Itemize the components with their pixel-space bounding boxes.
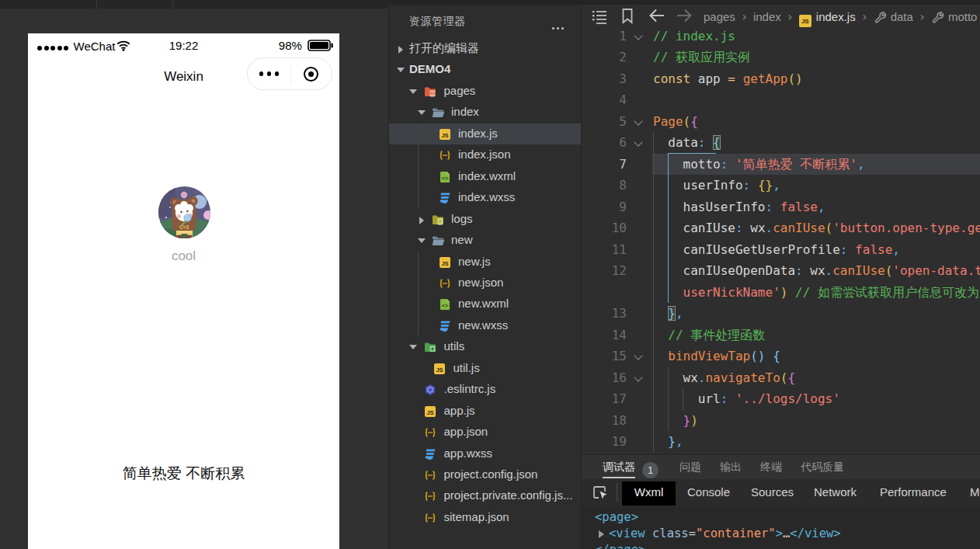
fold-chevron-icon[interactable] (634, 138, 642, 147)
code-line-9[interactable]: 9 hasUserInfo: false, (582, 196, 980, 218)
code-text: }) (653, 410, 698, 432)
inspect-element-icon[interactable] (593, 485, 609, 501)
more-actions-icon[interactable] (550, 19, 564, 33)
tree-item-label: util.js (454, 361, 480, 374)
code-line-2[interactable]: 2// 获取应用实例 (582, 47, 980, 68)
code-line-14[interactable]: 14 // 事件处理函数 (582, 325, 980, 346)
avatar[interactable]: C=3 (158, 186, 210, 238)
tree-item-sitemap.json[interactable]: sitemap.json (389, 507, 582, 528)
tree-item-project.private.config.js...[interactable]: project.private.config.js... (389, 485, 582, 506)
tree-item-label: pages (444, 84, 476, 97)
fold-chevron-icon[interactable] (634, 116, 642, 125)
editor-toolbar: pages›index›JSindex.js›data›motto (582, 5, 980, 28)
panel-tab-terminal[interactable]: 终端 (760, 460, 782, 474)
tree-item-.eslintrc.js[interactable]: .eslintrc.js (389, 379, 582, 400)
code-line-13[interactable]: 13 }, (582, 303, 980, 325)
code-line-5[interactable]: 5Page({ (582, 111, 980, 133)
debugger-badge: 1 (642, 462, 659, 478)
debugger-panel: 调试器1问题输出终端代码质量 WxmlConsoleSourcesNetwork… (581, 454, 980, 549)
panel-tab-code-quality[interactable]: 代码质量 (801, 460, 844, 474)
chevron-right-icon[interactable] (419, 217, 424, 224)
code-line-8[interactable]: 8 userInfo: {}, (582, 175, 980, 196)
code-line-16[interactable]: 16 wx.navigateTo({ (582, 367, 980, 389)
tree-item-logs[interactable]: logs (389, 209, 582, 230)
chevron-right-icon[interactable] (398, 46, 403, 54)
panel-tab-problems[interactable]: 问题 (679, 460, 701, 474)
code-area[interactable]: 1// index.js2// 获取应用实例3const app = getAp… (582, 28, 980, 454)
chevron-down-icon[interactable] (409, 89, 417, 94)
devtools-tab-memory[interactable]: Memory (956, 479, 980, 506)
element-node[interactable]: <view class="container">…</view> (609, 526, 841, 542)
chevron-down-icon[interactable] (418, 110, 426, 115)
devtools-tab-wxml[interactable]: Wxml (622, 479, 676, 506)
capsule-menu[interactable] (247, 57, 332, 90)
chevron-down-icon[interactable] (418, 238, 426, 243)
tree-item-app.wxss[interactable]: app.wxss (389, 443, 582, 464)
devtools-tab-performance[interactable]: Performance (868, 479, 956, 506)
code-line-17[interactable]: 17 url: '../logs/logs' (582, 388, 980, 410)
code-line-wrap[interactable]: userNickName') // 如需尝试获取用户信息可改为false (582, 282, 980, 304)
code-line-4[interactable]: 4 (582, 89, 980, 111)
svg-text:JS: JS (441, 260, 448, 267)
fold-chevron-icon[interactable] (634, 373, 642, 381)
code-text: userNickName') // 如需尝试获取用户信息可改为false (653, 282, 980, 304)
breadcrumb-separator: › (741, 9, 748, 26)
code-line-3[interactable]: 3const app = getApp() (582, 68, 980, 90)
chevron-down-icon[interactable] (397, 68, 405, 72)
tree-item-util.js[interactable]: JSutil.js (389, 358, 582, 379)
code-line-11[interactable]: 11 canIUseGetUserProfile: false, (582, 239, 980, 261)
code-line-18[interactable]: 18 }) (582, 410, 980, 432)
tree-item-label: index.wxml (458, 169, 516, 182)
devtools-tab-network[interactable]: Network (802, 479, 868, 506)
tree-item-app.js[interactable]: JSapp.js (389, 401, 582, 422)
code-line-10[interactable]: 10 canIUse: wx.canIUse('button.open-type… (582, 217, 980, 239)
breadcrumb-item-index[interactable]: index (753, 9, 781, 26)
bookmark-icon[interactable] (621, 8, 634, 25)
fold-chevron-icon[interactable] (634, 31, 642, 40)
line-number: 18 (582, 410, 627, 432)
breadcrumb-item-motto[interactable]: motto (931, 9, 978, 28)
tree-item--[interactable]: 打开的编辑器 (389, 38, 582, 59)
tree-item-pages[interactable]: <>pages (389, 81, 582, 102)
element-node[interactable]: </page> (595, 542, 645, 549)
tree-item-utils[interactable]: utils (389, 336, 582, 357)
js-icon: JS (424, 405, 436, 418)
motto-text: 简单热爱 不断积累 (28, 464, 339, 484)
fold-chevron-icon[interactable] (634, 352, 642, 360)
devtools-tab-console[interactable]: Console (676, 479, 739, 506)
wxml-elements-tree: <page><view class="container">…</view></… (582, 506, 980, 549)
toolbar-edge-strip (0, 0, 388, 9)
outline-list-icon[interactable] (591, 8, 608, 25)
tree-item-index[interactable]: index (389, 102, 582, 123)
breadcrumb-item-pages[interactable]: pages (704, 9, 735, 26)
forward-arrow-icon[interactable] (676, 8, 693, 23)
tree-item-label: app.js (444, 404, 475, 417)
chevron-down-icon[interactable] (409, 345, 417, 349)
tree-item-demo4[interactable]: DEMO4 (389, 59, 582, 80)
more-dots-icon[interactable] (248, 71, 290, 76)
panel-tab-debugger[interactable]: 调试器1 (603, 460, 659, 478)
tree-item-app.json[interactable]: app.json (389, 422, 582, 443)
code-line-6[interactable]: 6 data: { (582, 132, 980, 154)
tree-item-new[interactable]: new (389, 230, 582, 251)
js-file-icon: JS (799, 15, 811, 27)
tree-item-label: index.json (458, 148, 511, 161)
breadcrumb-item-data[interactable]: data (874, 9, 913, 28)
devtools-tab-sources[interactable]: Sources (739, 479, 802, 506)
tree-item-label: project.private.config.js... (444, 488, 573, 502)
code-line-7[interactable]: 7 motto: '简单热爱 不断积累', (582, 154, 980, 175)
expand-arrow-icon[interactable] (599, 530, 604, 538)
breadcrumb-item-index.js[interactable]: JSindex.js (799, 9, 856, 27)
code-text: hasUserInfo: false, (653, 196, 825, 218)
capsule-target-icon[interactable] (304, 67, 318, 82)
element-node[interactable]: <page> (595, 509, 638, 526)
code-line-15[interactable]: 15 bindViewTap() { (582, 346, 980, 367)
code-line-12[interactable]: 12 canIUseOpenData: wx.canIUse('open-dat… (582, 260, 980, 282)
back-arrow-icon[interactable] (648, 8, 665, 23)
code-line-1[interactable]: 1// index.js (582, 28, 980, 47)
panel-tab-output[interactable]: 输出 (720, 460, 742, 474)
code-line-19[interactable]: 19 }, (582, 431, 980, 453)
tree-item-label: sitemap.json (444, 510, 509, 523)
tree-item-project.config.json[interactable]: project.config.json (389, 464, 582, 485)
status-bar: WeChat 19:22 98% (28, 33, 339, 58)
